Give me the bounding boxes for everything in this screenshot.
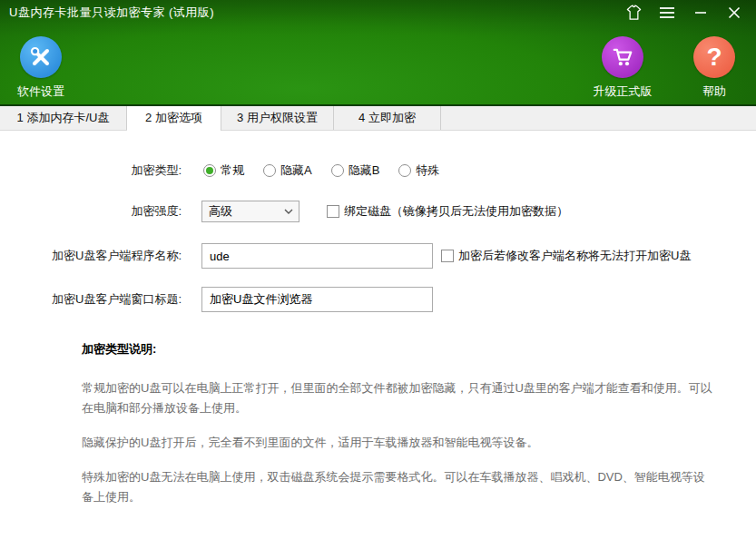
encryption-type-radio-group: 常规 隐藏A 隐藏B 特殊 <box>203 162 439 179</box>
menu-icon[interactable] <box>658 4 676 22</box>
window-title: U盘内存卡批量只读加密专家 (试用版) <box>9 5 214 21</box>
settings-label: 软件设置 <box>17 83 64 100</box>
client-window-title-input[interactable] <box>201 287 433 312</box>
description-paragraph-hidden: 隐藏保护的U盘打开后，完全看不到里面的文件，适用于车载播放器和智能电视等设备。 <box>82 433 713 453</box>
question-icon: ? <box>693 36 735 78</box>
toolbar: 软件设置 升级正式版 ? 帮助 <box>0 25 756 106</box>
client-program-name-row: 加密U盘客户端程序名称: 加密后若修改客户端名称将无法打开加密U盘 <box>0 243 691 269</box>
radio-normal-control[interactable] <box>203 164 216 177</box>
tab-add-drive[interactable]: 1 添加内存卡/U盘 <box>0 106 127 130</box>
description-heading: 加密类型说明: <box>82 341 713 358</box>
encryption-type-description: 加密类型说明: 常规加密的U盘可以在电脑上正常打开，但里面的全部文件都被加密隐藏… <box>82 341 713 522</box>
description-paragraph-special: 特殊加密的U盘无法在电脑上使用，双击磁盘系统会提示需要格式化。可以在车载播放器、… <box>82 467 713 507</box>
settings-button[interactable]: 软件设置 <box>0 36 82 100</box>
rename-warning-checkbox-item[interactable]: 加密后若修改客户端名称将无法打开加密U盘 <box>441 248 691 264</box>
encryption-strength-row: 加密强度: 高级 绑定磁盘（镜像拷贝后无法使用加密数据） <box>0 201 568 222</box>
window-controls <box>624 4 747 22</box>
tab-panel-encryption-options: 加密类型: 常规 隐藏A 隐藏B 特殊 <box>0 131 756 549</box>
radio-hidden-b-control[interactable] <box>331 164 344 177</box>
settings-icon <box>20 36 62 78</box>
bind-disk-label: 绑定磁盘（镜像拷贝后无法使用加密数据） <box>344 203 568 220</box>
rename-warning-label: 加密后若修改客户端名称将无法打开加密U盘 <box>458 248 691 264</box>
tab-encryption-options[interactable]: 2 加密选项 <box>127 106 221 131</box>
strength-select[interactable]: 高级 <box>201 201 299 222</box>
upgrade-label: 升级正式版 <box>594 83 653 100</box>
close-icon[interactable] <box>725 4 743 22</box>
radio-special-control[interactable] <box>398 164 411 177</box>
app-banner: U盘内存卡批量只读加密专家 (试用版) <box>0 0 756 106</box>
tab-bar: 1 添加内存卡/U盘 2 加密选项 3 用户权限设置 4 立即加密 <box>0 106 756 131</box>
titlebar: U盘内存卡批量只读加密专家 (试用版) <box>0 0 756 25</box>
chevron-down-icon <box>279 209 299 214</box>
radio-hidden-a-label: 隐藏A <box>280 162 312 179</box>
radio-hidden-a-control[interactable] <box>263 164 276 177</box>
radio-hidden-b-label: 隐藏B <box>349 162 380 179</box>
help-label: 帮助 <box>702 83 726 100</box>
radio-normal-label: 常规 <box>221 162 244 179</box>
description-paragraph-normal: 常规加密的U盘可以在电脑上正常打开，但里面的全部文件都被加密隐藏，只有通过U盘里… <box>82 378 713 418</box>
radio-special-label: 特殊 <box>416 162 439 179</box>
app-window: U盘内存卡批量只读加密专家 (试用版) <box>0 0 756 549</box>
strength-select-value: 高级 <box>202 203 279 220</box>
bind-disk-checkbox-item[interactable]: 绑定磁盘（镜像拷贝后无法使用加密数据） <box>327 203 568 220</box>
client-program-name-label: 加密U盘客户端程序名称: <box>0 248 182 264</box>
radio-hidden-b[interactable]: 隐藏B <box>331 162 380 179</box>
skin-icon[interactable] <box>624 4 643 22</box>
encryption-type-label: 加密类型: <box>0 162 182 179</box>
cart-icon <box>602 36 643 78</box>
rename-warning-checkbox[interactable] <box>441 250 454 262</box>
client-window-title-label: 加密U盘客户端窗口标题: <box>0 291 182 308</box>
tab-user-permissions[interactable]: 3 用户权限设置 <box>221 106 334 130</box>
help-button[interactable]: ? 帮助 <box>673 36 755 100</box>
client-program-name-input[interactable] <box>201 243 433 269</box>
upgrade-button[interactable]: 升级正式版 <box>582 36 663 100</box>
radio-hidden-a[interactable]: 隐藏A <box>263 162 312 179</box>
radio-special[interactable]: 特殊 <box>398 162 439 179</box>
radio-normal[interactable]: 常规 <box>203 162 244 179</box>
client-window-title-row: 加密U盘客户端窗口标题: <box>0 287 433 312</box>
encryption-type-row: 加密类型: 常规 隐藏A 隐藏B 特殊 <box>0 160 439 181</box>
bind-disk-checkbox[interactable] <box>327 205 339 218</box>
encryption-strength-label: 加密强度: <box>0 203 182 220</box>
tab-encrypt-now[interactable]: 4 立即加密 <box>334 106 441 130</box>
minimize-icon[interactable] <box>692 4 710 22</box>
